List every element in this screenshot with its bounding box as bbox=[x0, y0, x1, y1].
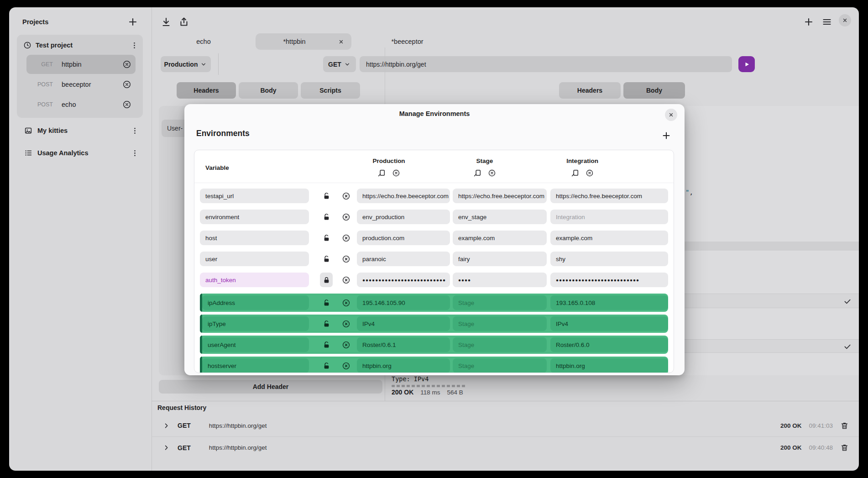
variable-name-input[interactable]: ipType bbox=[202, 316, 309, 331]
delete-history-button[interactable] bbox=[840, 421, 849, 430]
tab-httpbin[interactable]: *httpbin bbox=[256, 33, 351, 50]
stage-value-input[interactable]: env_stage bbox=[453, 210, 547, 224]
request-tab-headers[interactable]: Headers bbox=[177, 82, 236, 99]
production-value-input[interactable]: ●●●●●●●●●●●●●●●●●●●●●●●●●● bbox=[357, 273, 450, 287]
project-menu-button[interactable] bbox=[130, 126, 140, 136]
variable-name-input[interactable]: host bbox=[200, 231, 309, 245]
delete-variable-button[interactable] bbox=[341, 298, 351, 308]
remove-request-button[interactable] bbox=[122, 80, 131, 89]
lock-toggle-button[interactable] bbox=[320, 231, 333, 245]
delete-variable-button[interactable] bbox=[341, 275, 351, 285]
production-value-input[interactable]: https://echo.free.beeceptor.com bbox=[357, 189, 450, 203]
delete-variable-button[interactable] bbox=[341, 319, 351, 329]
window-close-button[interactable] bbox=[839, 14, 851, 26]
new-tab-button[interactable] bbox=[803, 16, 814, 27]
stage-value-input[interactable]: https://echo.free.beeceptor.com bbox=[453, 189, 547, 203]
send-request-button[interactable] bbox=[738, 56, 755, 72]
variable-name-input[interactable]: auth_token bbox=[200, 273, 309, 287]
project-header[interactable]: Test project bbox=[23, 39, 139, 52]
stage-value-input[interactable]: ●●●● bbox=[453, 273, 547, 287]
project-menu-button[interactable] bbox=[129, 40, 139, 50]
integration-value-input[interactable]: IPv4 bbox=[550, 316, 668, 331]
lock-toggle-button[interactable] bbox=[320, 358, 333, 373]
integration-value-input[interactable]: Roster/0.6.0 bbox=[550, 337, 668, 352]
production-value-input[interactable]: env_production bbox=[357, 210, 450, 224]
add-environment-button[interactable] bbox=[661, 130, 672, 141]
variable-name-input[interactable]: testapi_url bbox=[200, 189, 309, 203]
variable-name-input[interactable]: user bbox=[200, 252, 309, 266]
lock-toggle-button[interactable] bbox=[320, 316, 333, 331]
stage-value-input[interactable]: Stage bbox=[453, 295, 547, 310]
project-menu-button[interactable] bbox=[130, 148, 140, 158]
tab-beeceptor[interactable]: *beeceptor bbox=[383, 33, 431, 50]
delete-variable-button[interactable] bbox=[341, 233, 351, 243]
sidebar-item-httpbin[interactable]: GET httpbin bbox=[26, 55, 136, 74]
production-value-input[interactable]: httpbin.org bbox=[357, 358, 450, 373]
integration-value-input[interactable]: example.com bbox=[550, 231, 668, 245]
lock-toggle-button[interactable] bbox=[320, 337, 333, 352]
production-value-input[interactable]: IPv4 bbox=[357, 316, 450, 331]
modal-close-button[interactable] bbox=[665, 109, 677, 121]
delete-environment-button[interactable] bbox=[585, 168, 594, 178]
variable-name-input[interactable]: hostserver bbox=[202, 358, 309, 373]
integration-value-input[interactable]: Integration bbox=[550, 210, 668, 224]
add-project-button[interactable] bbox=[127, 16, 139, 28]
duplicate-environment-button[interactable] bbox=[570, 168, 580, 178]
close-tab-button[interactable] bbox=[337, 37, 345, 46]
duplicate-environment-button[interactable] bbox=[473, 168, 482, 178]
export-button[interactable] bbox=[178, 16, 189, 27]
url-input[interactable]: https://httpbin.org/get bbox=[360, 56, 732, 72]
lock-toggle-button[interactable] bbox=[320, 295, 333, 310]
production-value-input[interactable]: 195.146.105.90 bbox=[357, 295, 450, 310]
remove-request-button[interactable] bbox=[122, 100, 131, 109]
tab-echo[interactable]: echo bbox=[183, 33, 224, 50]
delete-variable-button[interactable] bbox=[341, 361, 351, 371]
delete-environment-button[interactable] bbox=[392, 168, 401, 178]
response-tab-body[interactable]: Body bbox=[623, 82, 685, 99]
production-value-input[interactable]: Roster/0.6.1 bbox=[357, 337, 450, 352]
app-menu-button[interactable] bbox=[821, 16, 832, 27]
add-header-button[interactable]: Add Header bbox=[159, 380, 382, 394]
lock-toggle-button[interactable] bbox=[320, 252, 333, 266]
lock-toggle-button[interactable] bbox=[320, 273, 333, 287]
stage-value-input[interactable]: fairy bbox=[453, 252, 547, 266]
sidebar-item-echo[interactable]: POST echo bbox=[26, 95, 136, 114]
sidebar-item-usage-analytics[interactable]: Usage Analytics bbox=[24, 147, 140, 159]
production-value-input[interactable]: production.com bbox=[357, 231, 450, 245]
sidebar-item-my-kitties[interactable]: My kitties bbox=[24, 124, 140, 137]
delete-variable-button[interactable] bbox=[341, 191, 351, 201]
integration-value-input[interactable]: 193.165.0.108 bbox=[550, 295, 668, 310]
response-tab-headers[interactable]: Headers bbox=[559, 82, 621, 99]
integration-value-input[interactable]: shy bbox=[550, 252, 668, 266]
variable-name-input[interactable]: userAgent bbox=[202, 337, 309, 352]
stage-value-input[interactable]: Stage bbox=[453, 316, 547, 331]
integration-value-input[interactable]: httpbin.org bbox=[550, 358, 668, 373]
delete-variable-button[interactable] bbox=[341, 340, 351, 350]
variable-name-input[interactable]: environment bbox=[200, 210, 309, 224]
request-tab-body[interactable]: Body bbox=[239, 82, 298, 99]
lock-toggle-button[interactable] bbox=[320, 189, 333, 203]
delete-environment-button[interactable] bbox=[487, 168, 497, 178]
history-row[interactable]: GET https://httpbin.org/get 200 OK 09:41… bbox=[152, 415, 859, 436]
delete-history-button[interactable] bbox=[840, 443, 849, 452]
kebab-menu-icon bbox=[130, 41, 139, 50]
lock-toggle-button[interactable] bbox=[320, 210, 333, 224]
stage-value-input[interactable]: example.com bbox=[453, 231, 547, 245]
production-value-input[interactable]: paranoic bbox=[357, 252, 450, 266]
delete-variable-button[interactable] bbox=[341, 212, 351, 222]
request-tab-scripts[interactable]: Scripts bbox=[301, 82, 360, 99]
stage-value-input[interactable]: Stage bbox=[453, 337, 547, 352]
sidebar-item-beeceptor[interactable]: POST beeceptor bbox=[26, 75, 136, 94]
window-close-icon bbox=[842, 17, 848, 23]
remove-request-button[interactable] bbox=[122, 60, 131, 69]
integration-value-input[interactable]: https://echo.free.beeceptor.com bbox=[550, 189, 668, 203]
integration-value-input[interactable]: ●●●●●●●●●●●●●●●●●●●●●●●●●● bbox=[550, 273, 668, 287]
method-selector[interactable]: GET bbox=[323, 56, 356, 72]
environment-selector[interactable]: Production bbox=[161, 56, 211, 72]
duplicate-environment-button[interactable] bbox=[377, 168, 386, 178]
history-row[interactable]: GET https://httpbin.org/get 200 OK 09:40… bbox=[152, 436, 859, 458]
stage-value-input[interactable]: Stage bbox=[453, 358, 547, 373]
delete-variable-button[interactable] bbox=[341, 254, 351, 264]
import-button[interactable] bbox=[161, 16, 172, 27]
variable-name-input[interactable]: ipAddress bbox=[202, 295, 309, 310]
